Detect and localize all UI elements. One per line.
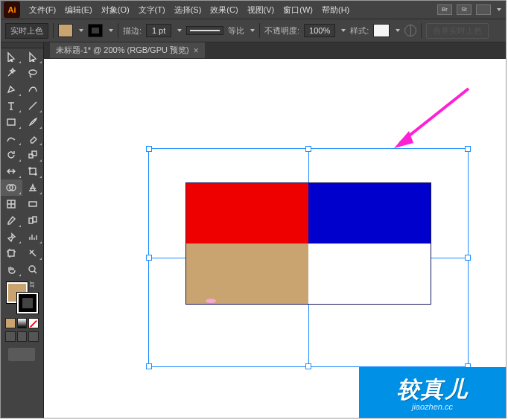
graphic-style-swatch[interactable] (373, 24, 390, 37)
chevron-down-icon[interactable] (396, 29, 400, 32)
menu-view[interactable]: 视图(V) (243, 1, 279, 19)
gradient-tool[interactable] (22, 196, 44, 212)
watermark-title: 较真儿 (397, 375, 469, 405)
width-tool[interactable] (1, 163, 22, 179)
magic-wand-tool[interactable] (1, 65, 22, 81)
resize-handle-w[interactable] (146, 255, 152, 261)
blend-tool[interactable] (22, 212, 44, 229)
shaper-tool[interactable] (1, 130, 22, 147)
opacity-input[interactable]: 100% (304, 24, 335, 37)
menu-object[interactable]: 对象(O) (97, 1, 134, 19)
pen-tool[interactable] (1, 81, 22, 98)
draw-inside-button[interactable] (28, 331, 39, 342)
watermark-sub: jiaozhen.cc (412, 402, 453, 411)
canvas[interactable]: 较真儿 jiaozhen.cc (44, 59, 506, 418)
resize-handle-n[interactable] (305, 146, 311, 152)
stroke-color-swatch[interactable] (88, 24, 103, 37)
merge-live-paint-button[interactable]: 合并实时上色 (426, 23, 489, 39)
stroke-profile-button[interactable] (186, 26, 223, 35)
arrange-documents-button[interactable] (476, 4, 491, 15)
chevron-down-icon[interactable] (79, 29, 83, 32)
resize-handle-nw[interactable] (146, 146, 152, 152)
menu-help[interactable]: 帮助(H) (317, 1, 354, 19)
stroke-weight-label: 描边: (123, 25, 142, 36)
stroke-weight-input[interactable]: 1 pt (146, 24, 171, 37)
fill-color-swatch[interactable] (58, 24, 73, 37)
bridge-button[interactable]: Br (437, 4, 452, 15)
chevron-down-icon[interactable] (109, 29, 113, 32)
svg-rect-11 (29, 218, 33, 223)
slice-tool[interactable] (22, 245, 44, 261)
cursor-highlight (206, 299, 216, 303)
curvature-tool[interactable] (22, 81, 44, 98)
perspective-grid-tool[interactable] (22, 179, 44, 196)
menu-window[interactable]: 窗口(W) (279, 1, 317, 19)
document-tab-title: 未标题-1* @ 200% (RGB/GPU 预览) (56, 45, 189, 56)
chevron-down-icon[interactable] (250, 29, 255, 32)
rect-tan[interactable] (186, 244, 308, 304)
free-transform-tool[interactable] (22, 163, 44, 179)
menu-type[interactable]: 文字(T) (134, 1, 170, 19)
menu-select[interactable]: 选择(S) (170, 1, 206, 19)
draw-normal-button[interactable] (5, 331, 16, 342)
close-tab-button[interactable]: × (194, 45, 199, 56)
rect-blue[interactable] (308, 183, 431, 244)
solid-color-button[interactable] (5, 318, 16, 328)
svg-point-0 (29, 70, 36, 74)
draw-mode-row (1, 330, 43, 343)
rectangle-tool[interactable] (1, 114, 22, 130)
app-logo: Ai (4, 1, 20, 18)
rotate-tool[interactable] (1, 147, 22, 163)
rect-white[interactable] (308, 244, 431, 304)
svg-rect-13 (8, 250, 14, 256)
object-mode-label: 实时上色 (5, 23, 48, 39)
eyedropper-tool[interactable] (1, 212, 22, 229)
artwork-group[interactable] (185, 182, 431, 305)
menu-bar: Ai 文件(F) 编辑(E) 对象(O) 文字(T) 选择(S) 效果(C) 视… (1, 1, 506, 19)
menu-edit[interactable]: 编辑(E) (60, 1, 97, 19)
document-tab-strip: 未标题-1* @ 200% (RGB/GPU 预览) × (44, 42, 506, 59)
annotation-arrow-icon (387, 85, 476, 152)
direct-selection-tool[interactable] (22, 48, 44, 65)
menu-file[interactable]: 文件(F) (25, 1, 60, 19)
document-tab[interactable]: 未标题-1* @ 200% (RGB/GPU 预览) × (50, 42, 205, 58)
line-segment-tool[interactable] (22, 98, 44, 114)
resize-handle-e[interactable] (465, 255, 471, 261)
stock-button[interactable]: St (457, 4, 472, 15)
svg-point-14 (29, 266, 35, 272)
svg-rect-10 (29, 202, 36, 206)
gradient-color-button[interactable] (17, 318, 28, 328)
swap-fill-stroke-icon[interactable] (28, 281, 36, 288)
artboard-tool[interactable] (1, 245, 22, 261)
scale-tool[interactable] (22, 147, 44, 163)
svg-rect-12 (33, 217, 36, 222)
none-color-button[interactable] (28, 318, 39, 328)
svg-rect-1 (7, 119, 15, 125)
paintbrush-tool[interactable] (22, 114, 44, 130)
resize-handle-sw[interactable] (146, 363, 152, 369)
recolor-artwork-button[interactable] (404, 25, 416, 36)
eraser-tool[interactable] (22, 130, 44, 147)
watermark: 较真儿 jiaozhen.cc (359, 367, 506, 418)
chevron-down-icon[interactable] (341, 29, 346, 32)
selection-tool[interactable] (1, 48, 22, 65)
type-tool[interactable] (1, 98, 22, 114)
chevron-down-icon[interactable] (177, 29, 182, 32)
stroke-profile-label: 等比 (228, 25, 244, 36)
screen-mode-button[interactable] (8, 348, 35, 361)
resize-handle-s[interactable] (305, 363, 311, 369)
hand-tool[interactable] (1, 261, 22, 278)
toolbox-grip[interactable] (1, 42, 43, 48)
color-mode-row (1, 316, 43, 330)
stroke-swatch[interactable] (17, 293, 38, 314)
symbol-sprayer-tool[interactable] (1, 229, 22, 245)
draw-behind-button[interactable] (17, 331, 28, 342)
menu-effect[interactable]: 效果(C) (206, 1, 242, 19)
lasso-tool[interactable] (22, 65, 44, 81)
rect-red[interactable] (186, 183, 308, 244)
mesh-tool[interactable] (1, 196, 22, 212)
column-graph-tool[interactable] (22, 229, 44, 245)
shape-builder-tool[interactable] (1, 179, 22, 196)
zoom-tool[interactable] (22, 261, 44, 278)
fill-stroke-control[interactable] (5, 281, 39, 314)
